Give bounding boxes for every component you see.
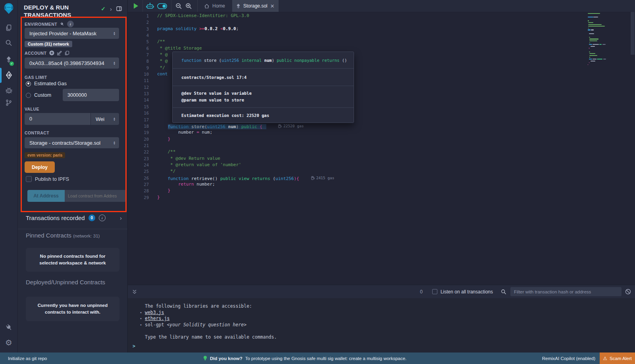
value-unit-select[interactable]: Wei ▴▾	[91, 113, 119, 125]
publish-ipfs-checkbox[interactable]	[26, 176, 32, 182]
tab-home[interactable]: Home	[200, 0, 229, 12]
warning-icon: ⚠	[603, 356, 607, 361]
line-number: 6	[128, 45, 149, 52]
code-line-3: pragma solidity >=0.8.2 <0.9.0;	[157, 26, 583, 32]
ethers-link[interactable]: ethers.js	[145, 316, 169, 321]
code-line-2	[157, 19, 583, 25]
tooltip-doc: @dev Store value in variable @param num …	[173, 86, 354, 108]
code-line-4	[157, 32, 583, 38]
at-address-input[interactable]	[65, 190, 127, 202]
terminal-expand-icon[interactable]	[132, 289, 137, 294]
at-address-button[interactable]: At Address	[27, 190, 65, 202]
network-badge: Custom (31) network	[25, 41, 72, 47]
sidebar-item-file-explorer[interactable]	[0, 24, 17, 32]
ai-copilot-robot-icon[interactable]	[146, 2, 154, 10]
custom-gas-input[interactable]	[63, 89, 119, 101]
minimap-line	[589, 38, 598, 39]
panel-check-icon: ✓	[101, 6, 106, 12]
web3-link[interactable]: web3.js	[145, 310, 164, 315]
git-init-button[interactable]: Initialize as git repo	[8, 353, 47, 364]
run-script-play-button[interactable]	[134, 3, 138, 9]
environment-plug-icon[interactable]	[59, 21, 65, 27]
sidebar-item-deploy-and-run[interactable]	[0, 71, 17, 79]
estimated-gas-radio[interactable]	[26, 81, 31, 86]
copilot-toggle-switch[interactable]	[157, 3, 167, 9]
line-number: 20	[128, 136, 149, 142]
copy-account-icon[interactable]	[65, 51, 69, 56]
tip-title: Did you know?	[210, 356, 242, 361]
code-line-21	[157, 142, 583, 149]
zoom-out-icon[interactable]	[175, 3, 182, 10]
account-select[interactable]: 0xA03...85ac4 (0.398673504934 ▴▾	[25, 57, 119, 69]
sidebar-item-search[interactable]	[0, 39, 17, 47]
solidity-file-icon	[236, 4, 241, 9]
line-number: 5	[128, 38, 149, 45]
remix-logo[interactable]	[0, 2, 17, 15]
sidebar-item-debugger[interactable]	[0, 86, 17, 94]
listen-transactions-checkbox[interactable]	[432, 289, 437, 294]
terminal-prompt[interactable]: >	[133, 343, 135, 350]
deploy-and-run-icon	[5, 71, 13, 79]
tab-close-icon[interactable]: ✕	[270, 3, 275, 9]
zoom-in-icon[interactable]	[185, 3, 192, 10]
transactions-recorded-row: Transactions recorded 0 i ›	[26, 215, 122, 221]
editor-scrollbar[interactable]	[631, 12, 635, 285]
sidebar-item-solidity-compiler[interactable]	[0, 55, 17, 64]
sidebar-item-git[interactable]	[0, 99, 17, 107]
minimap[interactable]	[586, 13, 629, 77]
panel-chevron-icon[interactable]: ›	[110, 6, 112, 12]
minimap-line	[588, 28, 589, 29]
line-number: 21	[128, 142, 149, 149]
transaction-filter-input[interactable]	[510, 287, 622, 296]
scrollbar-thumb[interactable]	[631, 12, 635, 55]
lightbulb-icon	[203, 356, 207, 361]
sidebar-item-plugin-manager[interactable]	[0, 323, 17, 331]
environment-info-icon[interactable]: i	[67, 21, 74, 27]
tab-storage-sol[interactable]: Storage.sol ✕	[232, 0, 279, 12]
value-unit: Wei	[96, 116, 114, 122]
scam-alert-button[interactable]: ⚠ Scam Alert	[600, 353, 635, 364]
tooltip-location: contracts/Storage.sol 17:4	[173, 69, 354, 86]
terminal-search-icon[interactable]	[501, 289, 506, 295]
evm-version-badge: evm version: paris	[25, 152, 65, 158]
minimap-line	[588, 13, 600, 14]
publish-ipfs-label: Publish to IPFS	[35, 176, 69, 182]
code-line-6: * @title Storage	[157, 45, 583, 52]
sidebar-item-settings[interactable]: ⚙	[0, 339, 17, 347]
code-line-24: * @return value of 'number'	[157, 162, 583, 168]
add-account-icon[interactable]	[49, 50, 54, 56]
line-number: 16	[128, 110, 149, 116]
custom-gas-radio[interactable]	[26, 93, 31, 98]
minimap-line	[589, 62, 589, 63]
code-line-5: /**	[157, 38, 583, 45]
line-number: 3	[128, 26, 149, 32]
estimated-gas-option[interactable]: Estimated Gas	[26, 81, 67, 86]
deploy-button[interactable]: Deploy	[25, 161, 55, 173]
publish-ipfs-option[interactable]: Publish to IPFS	[26, 176, 69, 182]
line-number: 24	[128, 162, 149, 168]
line-number: 1	[128, 13, 149, 19]
edit-account-icon[interactable]	[57, 51, 62, 56]
clear-terminal-icon[interactable]	[625, 289, 631, 295]
environment-select[interactable]: Injected Provider - MetaMask ▴▾	[25, 28, 119, 39]
transactions-info-icon[interactable]: i	[99, 215, 106, 221]
pin-panel-icon[interactable]	[116, 6, 122, 11]
contract-select[interactable]: Storage - contracts/Storage.sol ▴▾	[25, 137, 119, 148]
select-arrows-icon: ▴▾	[114, 141, 115, 145]
custom-gas-option[interactable]: Custom	[26, 92, 51, 98]
minimap-line	[589, 59, 592, 59]
minimap-line	[597, 59, 602, 59]
pinned-empty-box: No pinned contracts found for selected w…	[26, 248, 119, 272]
value-input[interactable]	[25, 113, 90, 125]
code-editor[interactable]: 1234567891011121314151617181920212223242…	[128, 12, 635, 285]
transactions-expand-icon[interactable]: ›	[120, 215, 122, 221]
line-number: 13	[128, 90, 149, 97]
contract-value: Storage - contracts/Storage.sol	[29, 140, 114, 146]
copilot-status[interactable]: RemixAI Copilot (enabled)	[542, 353, 595, 364]
line-number: 9	[128, 65, 149, 71]
deploy-run-panel: DEPLOY & RUN TRANSACTIONS ✓ › ENVIRONMEN…	[18, 0, 127, 353]
terminal[interactable]: The following libraries are accessible: …	[128, 298, 635, 353]
settings-gear-icon: ⚙	[5, 339, 12, 347]
line-number: 8	[128, 58, 149, 64]
pinned-contracts-title: Pinned Contracts (network: 31)	[26, 232, 100, 239]
